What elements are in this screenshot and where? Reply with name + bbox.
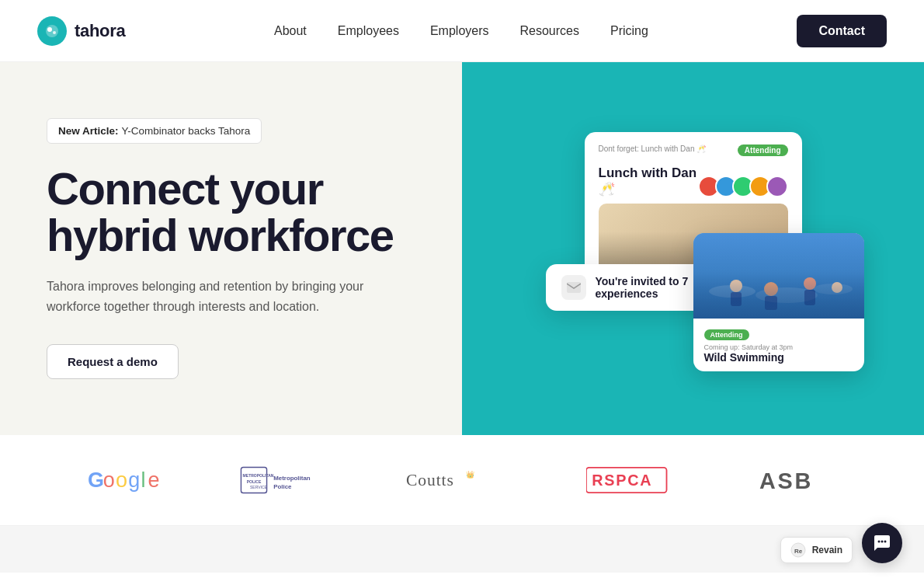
swim-attending-badge: Attending	[704, 329, 749, 340]
invite-icon	[561, 275, 586, 300]
revain-badge[interactable]: Re Revain	[780, 537, 853, 563]
svg-text:o: o	[103, 468, 115, 492]
svg-point-2	[53, 31, 56, 34]
demo-button[interactable]: Request a demo	[47, 344, 179, 379]
badge-text: Y-Combinator backs Tahora	[122, 125, 251, 137]
svg-text:Coutts: Coutts	[406, 471, 454, 489]
avatars-group	[703, 176, 788, 197]
svg-text:👑: 👑	[466, 470, 475, 479]
nav-pricing[interactable]: Pricing	[610, 24, 648, 38]
logo-google: G o o g l e	[47, 466, 213, 494]
svg-text:ASB: ASB	[759, 468, 813, 493]
contact-button[interactable]: Contact	[797, 15, 887, 47]
hero-cards: Dont forget: Lunch with Dan 🥂 Attending …	[538, 109, 849, 388]
svg-text:Re: Re	[794, 548, 803, 555]
hero-section: New Article: Y-Combinator backs Tahora C…	[0, 62, 924, 435]
svg-text:SERVICE: SERVICE	[250, 485, 268, 489]
logo-icon	[37, 16, 67, 46]
svg-text:RSPCA: RSPCA	[592, 472, 652, 489]
nav-about[interactable]: About	[274, 24, 307, 38]
svg-text:Metropolitan: Metropolitan	[273, 475, 311, 482]
hero-subtitle: Tahora improves belonging and retention …	[47, 277, 373, 316]
nav-employers[interactable]: Employers	[430, 24, 489, 38]
svg-point-33	[881, 541, 884, 543]
svg-text:G: G	[88, 468, 104, 492]
svg-rect-3	[567, 282, 581, 293]
badge-label: New Article:	[58, 125, 119, 137]
svg-point-32	[878, 541, 881, 543]
svg-text:Police: Police	[273, 483, 292, 490]
logos-bar: G o o g l e METROPOLITAN POLICE SERVICE …	[0, 435, 924, 526]
svg-point-0	[46, 25, 58, 37]
nav-employees[interactable]: Employees	[338, 24, 399, 38]
logo-rspca: RSPCA	[545, 466, 711, 494]
card-lunch-header: Dont forget: Lunch with Dan 🥂 Attending	[599, 145, 788, 156]
swim-image	[693, 233, 864, 319]
navbar: tahora About Employees Employers Resourc…	[0, 0, 924, 62]
logo-asb: ASB	[711, 466, 877, 494]
svg-text:l: l	[141, 468, 145, 492]
svg-text:e: e	[148, 468, 159, 492]
chat-widget[interactable]	[862, 523, 902, 563]
revain-label: Revain	[812, 545, 842, 555]
svg-text:g: g	[128, 468, 140, 492]
svg-text:POLICE: POLICE	[247, 479, 262, 484]
hero-title: Connect your hybrid workforce	[47, 165, 415, 260]
article-badge[interactable]: New Article: Y-Combinator backs Tahora	[47, 118, 262, 144]
svg-text:o: o	[116, 468, 127, 492]
nav-resources[interactable]: Resources	[520, 24, 579, 38]
card-swim: Attending Coming up: Saturday at 3pm Wil…	[693, 233, 864, 371]
swim-info: Attending Coming up: Saturday at 3pm Wil…	[693, 319, 864, 371]
logo[interactable]: tahora	[37, 16, 125, 46]
hero-right: Dont forget: Lunch with Dan 🥂 Attending …	[462, 62, 924, 435]
avatar-5	[766, 176, 788, 197]
swim-overlay	[693, 272, 864, 319]
card-lunch-title: Lunch with Dan 🥂	[599, 165, 703, 197]
logo-met-police: METROPOLITAN POLICE SERVICE Metropolitan…	[213, 466, 379, 494]
card-lunch-label: Dont forget: Lunch with Dan 🥂	[599, 145, 707, 153]
nav-links: About Employees Employers Resources Pric…	[274, 24, 648, 38]
svg-point-34	[884, 541, 887, 543]
swim-title: Wild Swimming	[704, 351, 853, 364]
svg-point-1	[47, 27, 52, 32]
logo-text: tahora	[75, 21, 125, 41]
svg-text:METROPOLITAN: METROPOLITAN	[243, 473, 274, 478]
swim-label: Coming up: Saturday at 3pm	[704, 343, 853, 351]
hero-left: New Article: Y-Combinator backs Tahora C…	[0, 62, 462, 435]
logo-coutts: Coutts 👑	[379, 466, 545, 494]
attending-badge-lunch: Attending	[738, 145, 788, 156]
